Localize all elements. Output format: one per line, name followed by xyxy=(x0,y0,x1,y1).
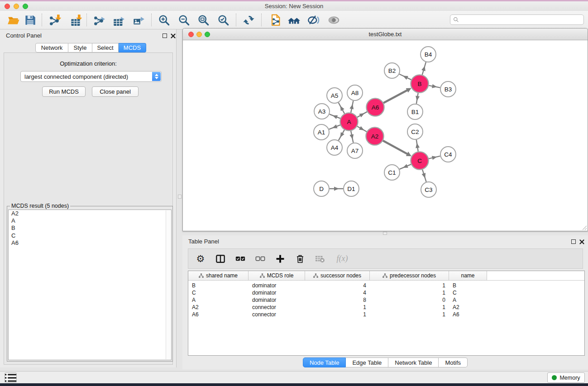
table-cell[interactable]: B xyxy=(188,282,249,289)
tab-mcds[interactable]: MCDS xyxy=(119,43,146,52)
deselect-all-button[interactable] xyxy=(253,252,267,266)
result-item[interactable]: A2 xyxy=(9,210,171,217)
function-builder-button[interactable]: f(x) xyxy=(333,252,351,266)
select-all-icon xyxy=(235,254,245,264)
column-header-predecessor-nodes[interactable]: predecessor nodes xyxy=(370,271,449,280)
save-session-button[interactable] xyxy=(21,12,38,28)
tab-edge-table[interactable]: Edge Table xyxy=(346,357,388,367)
table-cell[interactable]: A2 xyxy=(449,304,487,310)
graph-edge[interactable] xyxy=(383,141,408,155)
result-item[interactable]: B xyxy=(9,224,171,232)
table-cell[interactable]: A6 xyxy=(188,311,249,318)
table-cell[interactable]: connector xyxy=(249,304,305,310)
main-toolbar xyxy=(0,11,588,29)
tab-select[interactable]: Select xyxy=(92,43,119,52)
add-row-button[interactable] xyxy=(273,252,287,266)
run-mcds-button[interactable]: Run MCDS xyxy=(42,86,86,97)
zoom-in-icon xyxy=(158,14,170,26)
select-all-button[interactable] xyxy=(234,252,247,266)
table-close-panel-icon[interactable] xyxy=(579,239,584,244)
tab-network[interactable]: Network xyxy=(35,43,68,52)
table-cell[interactable]: 1 xyxy=(305,311,370,318)
column-header-MCDS-role[interactable]: MCDS role xyxy=(249,271,305,280)
export-image-button[interactable] xyxy=(130,12,147,28)
table-row[interactable]: A2connector11A2 xyxy=(188,304,584,311)
table-cell[interactable]: A xyxy=(188,297,249,303)
tab-motifs[interactable]: Motifs xyxy=(439,357,468,367)
table-cell[interactable]: 1 xyxy=(370,311,449,318)
delete-row-button[interactable] xyxy=(293,252,307,266)
zoom-fit-button[interactable] xyxy=(195,12,212,28)
columns-button[interactable] xyxy=(214,252,227,266)
table-cell[interactable]: 4 xyxy=(305,290,370,296)
table-cell[interactable]: 1 xyxy=(370,282,449,289)
zoom-in-button[interactable] xyxy=(155,12,172,28)
table-cell[interactable]: 1 xyxy=(370,290,449,296)
table-cell[interactable]: connector xyxy=(249,311,305,318)
column-header-successor-nodes[interactable]: successor nodes xyxy=(305,271,370,280)
table-cell[interactable]: dominator xyxy=(249,297,305,303)
table-row[interactable]: Adominator80A xyxy=(188,296,584,304)
table-cell[interactable]: 1 xyxy=(305,304,370,310)
shared-column-icon xyxy=(382,273,387,278)
export-network-button[interactable] xyxy=(91,12,108,28)
zoom-selected-button[interactable] xyxy=(215,12,232,28)
network-graph[interactable]: B4B2BB3A8A5A6A3B1AA1C2A2A4A7C4CC1C3DD1 xyxy=(183,40,588,231)
search-box[interactable] xyxy=(450,14,584,25)
horizontal-split-handle[interactable] xyxy=(383,232,387,235)
table-cell[interactable]: B xyxy=(449,282,487,289)
node-label: C3 xyxy=(425,186,432,193)
gear-button[interactable]: ⚙ xyxy=(194,252,207,266)
open-session-button[interactable] xyxy=(5,12,22,28)
table-cell[interactable]: A6 xyxy=(449,311,487,318)
criterion-dropdown[interactable]: largest connected component (directed) xyxy=(20,71,162,82)
network-window-titlebar[interactable]: testGlobe.txt xyxy=(183,29,588,40)
search-input[interactable] xyxy=(459,15,583,24)
graph-edge[interactable] xyxy=(383,90,408,103)
table-float-panel-icon[interactable] xyxy=(571,239,576,244)
table-cell[interactable]: 1 xyxy=(370,304,449,310)
graphics-details-button[interactable] xyxy=(305,12,322,28)
table-row[interactable]: Bdominator41B xyxy=(188,282,584,289)
tab-network-table[interactable]: Network Table xyxy=(388,357,439,367)
column-header-shared-name[interactable]: shared name xyxy=(188,271,249,280)
zoom-out-button[interactable] xyxy=(175,12,192,28)
table-cell[interactable]: A2 xyxy=(188,304,249,310)
result-item[interactable]: A6 xyxy=(9,239,171,247)
new-network-file-button[interactable] xyxy=(267,12,284,28)
float-panel-icon[interactable] xyxy=(163,33,167,38)
node-label: B3 xyxy=(445,86,452,93)
layout-refresh-button[interactable] xyxy=(240,12,257,28)
close-panel-button[interactable]: Close panel xyxy=(92,86,139,97)
table-cell[interactable]: C xyxy=(449,290,487,296)
import-network-button[interactable] xyxy=(46,12,63,28)
table-cell[interactable]: 0 xyxy=(370,297,449,303)
table-cell[interactable]: dominator xyxy=(249,282,305,289)
vertical-split-handle[interactable] xyxy=(178,195,182,199)
close-panel-icon[interactable] xyxy=(171,33,176,38)
tab-node-table[interactable]: Node Table xyxy=(303,357,346,367)
eye-button[interactable] xyxy=(325,12,342,28)
memory-button[interactable]: Memory xyxy=(547,372,585,383)
table-cell[interactable]: 4 xyxy=(305,282,370,289)
tab-style[interactable]: Style xyxy=(68,43,92,52)
node-label: C1 xyxy=(388,169,396,176)
result-item[interactable]: A xyxy=(9,217,171,224)
network-canvas[interactable]: B4B2BB3A8A5A6A3B1AA1C2A2A4A7C4CC1C3DD1 xyxy=(183,40,588,231)
table-header-row: shared nameMCDS rolesuccessor nodesprede… xyxy=(188,271,584,281)
table-row[interactable]: Cdominator41C xyxy=(188,289,584,296)
result-item[interactable]: C xyxy=(9,232,171,239)
table-cell[interactable]: A xyxy=(449,297,487,303)
result-scrollbar[interactable] xyxy=(166,210,171,359)
table-row[interactable]: A6connector11A6 xyxy=(188,311,584,318)
table-cell[interactable]: dominator xyxy=(249,290,305,296)
export-table-button[interactable] xyxy=(110,12,127,28)
home-button[interactable] xyxy=(285,12,302,28)
task-history-button[interactable] xyxy=(5,372,17,383)
delete-table-button[interactable] xyxy=(313,252,327,266)
import-table-button[interactable] xyxy=(67,12,84,28)
column-header-name[interactable]: name xyxy=(449,271,487,280)
table-cell[interactable]: 8 xyxy=(305,297,370,303)
resize-grip-icon[interactable] xyxy=(582,225,587,230)
table-cell[interactable]: C xyxy=(188,290,249,296)
